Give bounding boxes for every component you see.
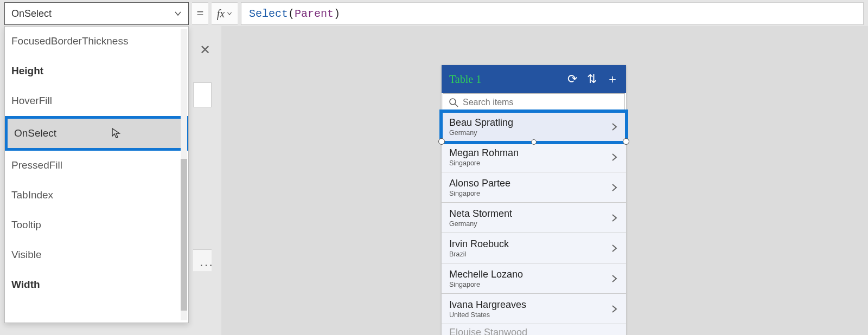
app-header: Table 1 ⟳ ⇅ ＋ — [442, 65, 626, 93]
dropdown-item[interactable]: Width — [5, 270, 188, 300]
ellipsis-icon[interactable]: ··· — [200, 257, 214, 272]
dropdown-item-label: HoverFill — [11, 95, 52, 106]
app-title: Table 1 — [449, 73, 481, 86]
property-select[interactable]: OnSelect — [4, 2, 189, 25]
design-canvas[interactable]: Table 1 ⟳ ⇅ ＋ Beau Spratling Germany Meg… — [221, 26, 868, 335]
search-input[interactable] — [463, 98, 619, 107]
chevron-right-icon[interactable] — [610, 183, 618, 192]
dropdown-item[interactable]: FocusedBorderThickness — [5, 27, 188, 56]
refresh-icon[interactable]: ⟳ — [567, 73, 577, 85]
formula-fn: Select — [249, 8, 288, 20]
search-icon — [449, 98, 458, 107]
dropdown-item[interactable]: HoverFill — [5, 86, 188, 116]
list-item[interactable]: Elouise Stanwood — [442, 324, 626, 335]
svg-point-0 — [450, 99, 456, 105]
dropdown-item-label: TabIndex — [11, 189, 53, 201]
formula-open-paren: ( — [288, 8, 295, 20]
list-item-name: Ivana Hargreaves — [449, 299, 610, 311]
dropdown-item[interactable]: Height — [5, 56, 188, 86]
list-item-name: Alonso Partee — [449, 178, 610, 189]
list-item-name: Neta Storment — [449, 208, 610, 220]
list-item-name: Irvin Roebuck — [449, 239, 610, 250]
list-item-name: Megan Rohman — [449, 147, 610, 159]
list-item-name: Beau Spratling — [449, 117, 610, 128]
close-icon[interactable]: ✕ — [200, 42, 210, 57]
list-item-sub: United States — [449, 311, 610, 319]
list-item[interactable]: Alonso Partee Singapore — [442, 172, 626, 203]
formula-top-bar: OnSelect = fx Select(Parent) — [4, 2, 864, 25]
cursor-icon — [112, 128, 120, 139]
dropdown-item[interactable]: PressedFill — [5, 151, 188, 181]
list-item[interactable]: Neta Storment Germany — [442, 203, 626, 233]
formula-bar-input[interactable]: Select(Parent) — [241, 2, 864, 25]
dropdown-item-label: Visible — [11, 249, 42, 260]
dropdown-item[interactable]: Visible — [5, 240, 188, 270]
chevron-right-icon[interactable] — [610, 214, 618, 222]
chevron-down-icon — [227, 11, 232, 16]
chevron-right-icon[interactable] — [610, 244, 618, 253]
list-item-sub: Germany — [449, 220, 610, 228]
fx-button[interactable]: fx — [212, 2, 238, 25]
dropdown-item-label: Tooltip — [11, 219, 41, 230]
dropdown-item-label: Height — [11, 65, 43, 76]
list-item[interactable]: Megan Rohman Singapore — [442, 142, 626, 172]
dropdown-item-label: FocusedBorderThickness — [11, 35, 128, 47]
list-item-name: Mechelle Lozano — [449, 269, 610, 280]
dropdown-item[interactable]: TabIndex — [5, 181, 188, 210]
property-dropdown-panel: FocusedBorderThickness Height HoverFill … — [4, 26, 189, 323]
phone-preview: Table 1 ⟳ ⇅ ＋ Beau Spratling Germany Meg… — [442, 65, 626, 335]
list-item[interactable]: Ivana Hargreaves United States — [442, 294, 626, 324]
chevron-right-icon[interactable] — [610, 305, 618, 313]
chevron-right-icon[interactable] — [610, 274, 618, 283]
svg-line-1 — [455, 104, 458, 107]
dropdown-item-label: Width — [11, 279, 40, 290]
resize-handle[interactable] — [531, 139, 537, 145]
chevron-right-icon[interactable] — [610, 123, 618, 131]
fx-label: fx — [217, 8, 225, 20]
formula-identifier: Parent — [295, 8, 334, 20]
dropdown-item[interactable]: OnSelect — [5, 116, 188, 151]
list-item-name: Elouise Stanwood — [449, 327, 618, 336]
header-icons: ⟳ ⇅ ＋ — [567, 73, 618, 85]
dropdown-scrollbar-thumb[interactable] — [181, 159, 187, 311]
dropdown-item[interactable]: Tooltip — [5, 210, 188, 240]
dropdown-scrollbar[interactable] — [181, 29, 187, 320]
add-icon[interactable]: ＋ — [607, 73, 618, 85]
chevron-down-icon — [174, 10, 182, 17]
tree-item-peek — [193, 82, 212, 107]
property-select-value: OnSelect — [11, 8, 52, 20]
list-item-sub: Singapore — [449, 281, 610, 288]
equals-label: = — [192, 2, 208, 25]
dropdown-item-label: PressedFill — [11, 159, 62, 171]
formula-close-paren: ) — [334, 8, 340, 20]
list-item[interactable]: Mechelle Lozano Singapore — [442, 263, 626, 294]
list-item-sub: Brazil — [449, 250, 610, 258]
list-item[interactable]: Beau Spratling Germany — [442, 112, 626, 142]
search-bar[interactable] — [443, 93, 625, 112]
list-item-sub: Singapore — [449, 190, 610, 197]
list-item[interactable]: Irvin Roebuck Brazil — [442, 233, 626, 263]
list-item-sub: Germany — [449, 129, 610, 137]
dropdown-item-label: OnSelect — [14, 127, 56, 139]
list-item-sub: Singapore — [449, 159, 610, 167]
sort-icon[interactable]: ⇅ — [587, 73, 597, 85]
chevron-right-icon[interactable] — [610, 153, 618, 162]
